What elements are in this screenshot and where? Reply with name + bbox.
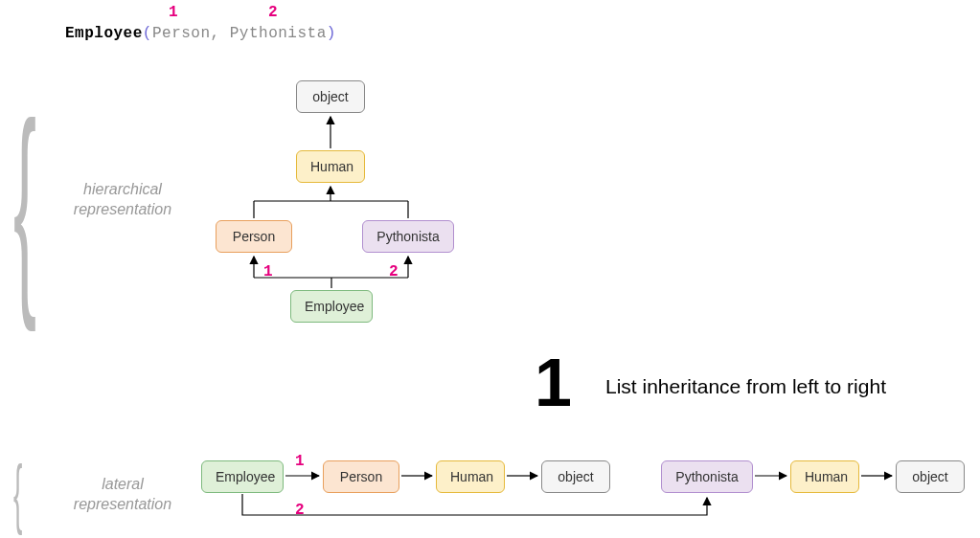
node-object-l2: object	[896, 460, 965, 493]
label-lateral: lateral representation	[65, 475, 180, 515]
node-employee-l: Employee	[201, 460, 284, 493]
node-object-h: object	[296, 80, 365, 113]
code-comma: ,	[211, 25, 220, 42]
paren-close: )	[327, 25, 336, 42]
step-text: List inheritance from left to right	[605, 375, 886, 398]
label-hierarchical-l2: representation	[74, 201, 171, 217]
marker-h-2: 2	[389, 263, 399, 280]
code-arg-1: Person	[152, 25, 211, 42]
brace-hierarchical: {	[13, 89, 36, 319]
arrows-svg	[0, 0, 980, 538]
label-hierarchical: hierarchical representation	[65, 180, 180, 220]
marker-h-1: 1	[263, 263, 273, 280]
node-pythonista-h: Pythonista	[362, 220, 454, 253]
node-employee-h: Employee	[290, 290, 373, 323]
node-person-h: Person	[216, 220, 292, 253]
code-marker-2: 2	[268, 4, 278, 21]
brace-lateral: {	[13, 455, 22, 531]
label-lateral-l1: lateral	[102, 476, 144, 492]
code-class-name: Employee	[65, 25, 143, 42]
node-human-h: Human	[296, 150, 365, 183]
marker-l-1: 1	[295, 453, 305, 470]
label-lateral-l2: representation	[74, 496, 171, 512]
node-human-l2: Human	[790, 460, 859, 493]
code-arg-2: Pythonista	[230, 25, 327, 42]
node-object-l1: object	[541, 460, 610, 493]
marker-l-2: 2	[295, 502, 305, 519]
node-pythonista-l: Pythonista	[661, 460, 753, 493]
paren-open: (	[143, 25, 152, 42]
label-hierarchical-l1: hierarchical	[83, 181, 162, 197]
node-human-l1: Human	[436, 460, 505, 493]
step-number: 1	[535, 345, 572, 421]
code-declaration: Employee(Person, Pythonista)	[65, 25, 336, 42]
node-person-l: Person	[323, 460, 399, 493]
code-marker-1: 1	[169, 4, 178, 21]
